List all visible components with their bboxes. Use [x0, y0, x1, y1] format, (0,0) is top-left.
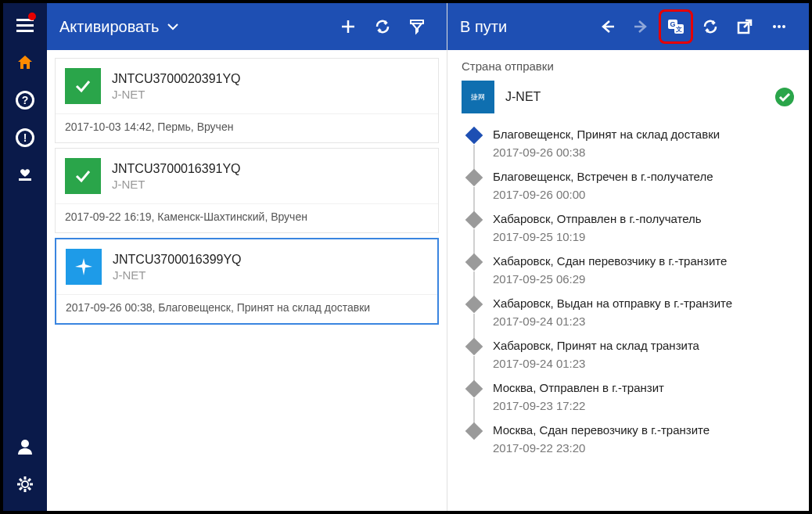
left-header: Активировать: [47, 3, 447, 50]
status-title: В пути: [460, 18, 507, 36]
help-button[interactable]: ?: [9, 84, 41, 116]
timeline-event: Хабаровск, Принят на склад транзита: [493, 339, 699, 352]
tracking-carrier: J-NET: [112, 88, 241, 101]
tracking-carrier: J-NET: [112, 178, 241, 191]
tracking-list-panel: Активировать JNTCU3700020391YQJ-NET2017-…: [47, 3, 447, 511]
alert-icon: !: [15, 128, 35, 148]
back-button[interactable]: [590, 9, 624, 44]
timeline-time: 2017-09-24 01:23: [493, 315, 732, 328]
refresh-icon: [374, 18, 391, 35]
filter-title: Активировать: [59, 18, 159, 36]
timeline-marker-icon: [465, 211, 483, 229]
tracking-code: JNTCU3700016391YQ: [112, 162, 241, 176]
app-window: ? ! Активировать: [0, 0, 812, 514]
heart-hand-icon: [16, 166, 34, 185]
svg-rect-9: [19, 178, 31, 181]
home-icon: [16, 53, 34, 72]
origin-label: Страна отправки: [462, 59, 795, 73]
translate-icon: G文: [666, 17, 685, 36]
svg-text:?: ?: [22, 94, 29, 106]
svg-rect-1: [16, 24, 34, 27]
timeline: Благовещенск, Принят на склад доставки20…: [468, 128, 795, 465]
arrow-right-icon: [633, 18, 650, 35]
timeline-item: Хабаровск, Выдан на отправку в г.-транзи…: [468, 297, 795, 339]
svg-point-10: [21, 440, 29, 448]
plane-icon: [73, 256, 95, 278]
status-badge: [66, 249, 102, 285]
timeline-time: 2017-09-25 10:19: [493, 230, 702, 243]
timeline-item: Хабаровск, Отправлен в г.-получатель2017…: [468, 212, 795, 254]
refresh-right-button[interactable]: [693, 9, 728, 44]
timeline-time: 2017-09-22 23:20: [493, 441, 710, 455]
svg-line-17: [28, 487, 31, 490]
svg-rect-2: [16, 30, 34, 32]
filter-dropdown[interactable]: Активировать: [59, 18, 179, 36]
refresh-icon: [702, 18, 719, 35]
svg-text:G: G: [670, 20, 675, 28]
refresh-left-button[interactable]: [365, 9, 400, 44]
add-button[interactable]: [331, 9, 365, 44]
timeline-item: Москва, Отправлен в г.-транзит2017-09-23…: [468, 381, 795, 423]
svg-line-16: [20, 479, 22, 481]
external-link-icon: [736, 18, 753, 35]
check-icon: [73, 76, 93, 96]
svg-line-19: [28, 479, 31, 481]
filter-button[interactable]: [400, 9, 434, 44]
settings-button[interactable]: [9, 469, 41, 500]
timeline-time: 2017-09-26 00:38: [493, 146, 720, 159]
carrier-row[interactable]: 捷网 J-NET: [462, 81, 795, 113]
more-button[interactable]: [762, 9, 796, 44]
timeline-item: Благовещенск, Встречен в г.-получателе20…: [468, 170, 795, 212]
filter-icon: [408, 18, 426, 35]
detail-content: Страна отправки 捷网 J-NET Благовещенск, П…: [447, 50, 809, 511]
more-icon: [771, 18, 788, 35]
open-external-button[interactable]: [728, 9, 762, 44]
plus-icon: [340, 18, 357, 35]
svg-point-30: [782, 25, 785, 28]
tracking-card[interactable]: JNTCU3700020391YQJ-NET2017-10-03 14:42, …: [55, 58, 439, 143]
svg-text:文: 文: [675, 26, 682, 33]
timeline-time: 2017-09-26 00:00: [493, 188, 713, 201]
forward-button[interactable]: [624, 9, 659, 44]
sidebar: ? !: [3, 3, 47, 511]
check-icon: [73, 166, 93, 186]
timeline-marker-icon: [465, 253, 483, 271]
timeline-marker-icon: [465, 169, 483, 187]
donate-button[interactable]: [9, 160, 41, 191]
alert-button[interactable]: !: [9, 122, 41, 153]
detail-panel: В пути G文: [447, 3, 809, 511]
timeline-event: Москва, Отправлен в г.-транзит: [493, 381, 664, 394]
tracking-status-text: 2017-09-26 00:38, Благовещенск, Принят н…: [56, 294, 437, 323]
timeline-event: Благовещенск, Принят на склад доставки: [493, 128, 720, 141]
timeline-event: Хабаровск, Сдан перевозчику в г.-транзит…: [493, 254, 727, 268]
home-button[interactable]: [9, 47, 41, 78]
check-circle-icon: [774, 87, 795, 107]
main-columns: Активировать JNTCU3700020391YQJ-NET2017-…: [47, 3, 809, 511]
account-button[interactable]: [9, 431, 41, 462]
timeline-time: 2017-09-25 06:29: [493, 272, 727, 286]
right-header: В пути G文: [447, 3, 809, 50]
svg-rect-22: [411, 20, 423, 23]
tracking-code: JNTCU3700020391YQ: [112, 72, 241, 86]
help-icon: ?: [15, 90, 35, 110]
tracking-carrier: J-NET: [113, 268, 242, 282]
carrier-name: J-NET: [505, 90, 541, 104]
notification-dot-icon: [28, 13, 36, 20]
chevron-down-icon: [167, 20, 179, 33]
tracking-card[interactable]: JNTCU3700016391YQJ-NET2017-09-22 16:19, …: [55, 148, 439, 233]
timeline-marker-icon: [465, 338, 483, 356]
tracking-list: JNTCU3700020391YQJ-NET2017-10-03 14:42, …: [47, 50, 447, 337]
timeline-item: Хабаровск, Принят на склад транзита2017-…: [468, 339, 795, 381]
timeline-item: Москва, Сдан перевозчику в г.-транзите20…: [468, 423, 795, 465]
tracking-code: JNTCU3700016399YQ: [113, 253, 242, 267]
timeline-marker-icon: [465, 380, 483, 398]
tracking-card[interactable]: JNTCU3700016399YQJ-NET2017-09-26 00:38, …: [55, 238, 439, 325]
menu-button[interactable]: [9, 9, 41, 41]
svg-point-11: [22, 481, 28, 487]
translate-button[interactable]: G文: [659, 9, 693, 44]
timeline-event: Хабаровск, Выдан на отправку в г.-транзи…: [493, 297, 732, 310]
timeline-event: Москва, Сдан перевозчику в г.-транзите: [493, 423, 710, 437]
svg-text:!: !: [23, 131, 27, 144]
timeline-event: Благовещенск, Встречен в г.-получателе: [493, 170, 713, 183]
carrier-logo-icon: 捷网: [462, 81, 494, 113]
